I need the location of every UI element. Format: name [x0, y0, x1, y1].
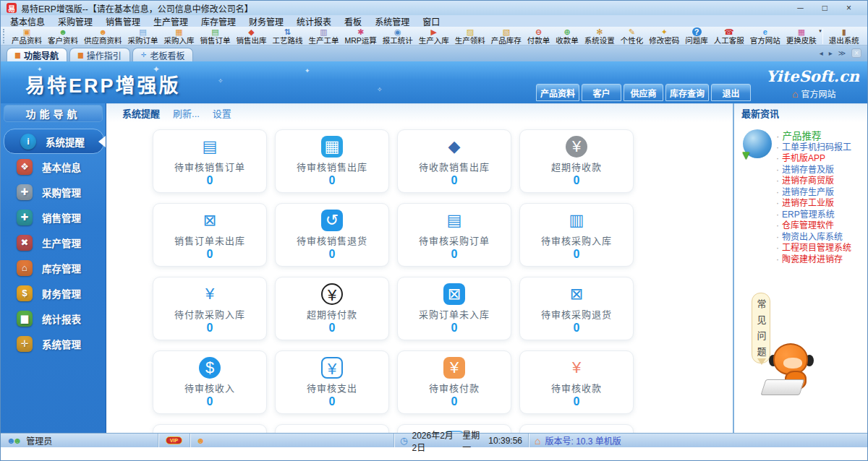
- toolbar-button[interactable]: ▶ 生产入库: [416, 27, 452, 45]
- toolbar-button[interactable]: e 官方网站: [747, 27, 783, 45]
- toolbar-button[interactable]: ▤ 销售订单: [197, 27, 234, 45]
- toolbar-button[interactable]: ▣ 产品资料: [9, 27, 45, 45]
- minimize-button[interactable]: ─: [797, 3, 804, 13]
- news-link[interactable]: 产品推荐: [776, 131, 851, 142]
- sidebar-item-label: 销售管理: [42, 210, 81, 225]
- toolbar-button[interactable]: ⇅ 工艺路线: [270, 27, 306, 45]
- reminder-card[interactable]: ¥ 超期待付款 0: [275, 277, 389, 340]
- maximize-button[interactable]: □: [822, 3, 827, 13]
- mascot-assistant[interactable]: [763, 342, 825, 397]
- toolbar-button[interactable]: ▤ 采购订单: [125, 27, 161, 45]
- reminder-card[interactable]: ⊠ 待审核采购退货 0: [519, 277, 634, 340]
- tab[interactable]: ▆ 功能导航: [7, 48, 67, 61]
- reminder-card[interactable]: ▥ 待审核采购入库 0: [519, 203, 634, 267]
- toolbar-button-label: 生产工单: [309, 36, 339, 45]
- reminder-card[interactable]: ¥ 待审核支出 0: [275, 350, 389, 414]
- news-link[interactable]: 仓库管理软件: [776, 220, 851, 232]
- news-link[interactable]: 进销存工业版: [776, 198, 851, 210]
- news-link[interactable]: 工单手机扫码报工: [776, 142, 851, 154]
- toolbar-button[interactable]: ☎ 人工客服: [711, 27, 747, 45]
- news-link[interactable]: 进销存商贸版: [776, 176, 851, 187]
- sidebar-item[interactable]: ❖ 基本信息: [1, 154, 106, 179]
- sidebar-item[interactable]: ✛ 系统管理: [1, 331, 106, 356]
- header-quick-button[interactable]: 退出: [711, 84, 751, 101]
- toolbar-button[interactable]: ✱ MRP运算: [342, 27, 380, 45]
- tab[interactable]: ✛ 老板看板: [132, 48, 194, 61]
- tab-scroll-right-icon[interactable]: ▸: [829, 49, 833, 57]
- toolbar-button[interactable]: ▥ 生产工单: [306, 27, 342, 45]
- reminder-card[interactable]: ¥ 待审核付款 0: [397, 350, 511, 414]
- official-site-link[interactable]: ⌂ 官方网站: [792, 87, 835, 100]
- toolbar-button[interactable]: ? 问题库: [682, 27, 711, 45]
- news-link[interactable]: 手机版APP: [776, 153, 851, 165]
- close-button[interactable]: ×: [846, 3, 851, 13]
- tab[interactable]: ▆ 操作指引: [69, 48, 130, 61]
- header-quick-button[interactable]: 产品资料: [536, 84, 579, 101]
- news-link[interactable]: 工程项目管理系统: [776, 243, 851, 254]
- users-icon: ☻☻: [7, 436, 22, 446]
- mrp-calc-icon: ✱: [356, 27, 365, 36]
- toolbar-button[interactable]: ▧ 产品库存: [488, 27, 524, 45]
- toolbar-button[interactable]: ⊕ 收款单: [553, 27, 582, 45]
- menu-item[interactable]: 基本信息: [4, 15, 51, 27]
- sidebar-item[interactable]: ⌂ 库存管理: [1, 255, 106, 280]
- reminder-card[interactable]: ▤ 待审核采购订单 0: [397, 203, 511, 267]
- news-link[interactable]: 物资出入库系统: [776, 232, 851, 244]
- menu-item[interactable]: 统计报表: [290, 15, 338, 27]
- news-link[interactable]: 进销存普及版: [776, 165, 851, 176]
- sidebar-item[interactable]: ▆ 统计报表: [1, 306, 106, 331]
- menu-item[interactable]: 看板: [338, 15, 368, 27]
- menu-item[interactable]: 销售管理: [99, 15, 147, 27]
- toolbar-button[interactable]: ☻ 供应商资料: [81, 27, 125, 45]
- sidebar-item[interactable]: ✖ 生产管理: [1, 230, 106, 255]
- menu-item[interactable]: 生产管理: [147, 15, 195, 27]
- tab-strip: ▆ 功能导航 ▆ 操作指引 ✛ 老板看板 ◂ ▸ ≫ ×: [1, 46, 867, 61]
- header-quick-button[interactable]: 供应商: [624, 84, 663, 101]
- menu-item[interactable]: 窗口: [416, 15, 446, 27]
- toolbar-button[interactable]: ◆ 销售出库: [234, 27, 270, 45]
- toolbar-button[interactable]: ☻ 客户资料: [45, 27, 81, 45]
- news-link[interactable]: 陶瓷建材进销存: [776, 254, 851, 266]
- sidebar-item[interactable]: ✚ 采购管理: [1, 179, 106, 204]
- sidebar-item[interactable]: $ 财务管理: [1, 280, 106, 306]
- settings-link[interactable]: 设置: [213, 106, 231, 120]
- reminder-card[interactable]: ¥ 待付款采购入库 0: [153, 277, 267, 340]
- news-link[interactable]: ERP管理系统: [776, 210, 851, 221]
- reminder-card[interactable]: ▦ 待审核销售出库 0: [275, 129, 389, 193]
- customer-service-qq-icon: ☎: [724, 27, 734, 36]
- news-link[interactable]: 进销存生产版: [776, 187, 851, 199]
- reminder-card[interactable]: ¥ 超期待收款 0: [519, 129, 634, 193]
- refresh-link[interactable]: 刷新...: [173, 106, 200, 120]
- menu-item[interactable]: 系统管理: [368, 15, 416, 27]
- reminder-card[interactable]: ⊠ 采购订单未入库 0: [397, 277, 511, 340]
- header-quick-button[interactable]: 库存查询: [665, 84, 709, 101]
- reminder-card[interactable]: $ 待审核收入 0: [153, 350, 267, 414]
- site-name-link[interactable]: YiteSoft.cn: [766, 67, 859, 85]
- toolbar-button-exit[interactable]: ▮ 退出系统: [826, 27, 862, 45]
- sidebar-item[interactable]: i 系统提醒: [4, 129, 104, 154]
- header-quick-button[interactable]: 客户: [582, 84, 621, 101]
- window-controls: ─ □ ×: [797, 3, 861, 13]
- menu-item[interactable]: 库存管理: [195, 15, 242, 27]
- reminder-card[interactable]: ↺ 待审核销售退货 0: [275, 203, 389, 267]
- menu-item[interactable]: 采购管理: [51, 15, 99, 27]
- toolbar-button[interactable]: ✻ 系统设置: [582, 27, 618, 45]
- dropdown-arrow-icon: ▾: [819, 28, 822, 34]
- tab-scroll-left-icon[interactable]: ◂: [820, 49, 823, 57]
- reminder-card[interactable]: ⊠ 销售订单未出库 0: [153, 203, 267, 267]
- reminder-card[interactable]: ◆ 待收款销售出库 0: [397, 129, 511, 193]
- toolbar-button[interactable]: ▨ 生产领料: [452, 27, 488, 45]
- toolbar-button[interactable]: ▦ 更换皮肤 ▾: [783, 27, 820, 45]
- toolbar-button[interactable]: ◉ 报工统计: [380, 27, 416, 45]
- tab-overflow-icon[interactable]: ≫: [838, 49, 846, 57]
- toolbar-button[interactable]: ✎ 个性化: [618, 27, 647, 45]
- reminder-card[interactable]: ▤ 待审核销售订单 0: [153, 129, 267, 193]
- toolbar-button[interactable]: ▦ 采购入库: [161, 27, 197, 45]
- sparkle: ✦: [305, 67, 310, 74]
- reminder-card[interactable]: ¥ 待审核收款 0: [519, 350, 634, 414]
- toolbar-button[interactable]: ⊖ 付款单: [524, 27, 553, 45]
- toolbar-button[interactable]: ✦ 修改密码: [646, 27, 682, 45]
- sidebar-item[interactable]: ✚ 销售管理: [1, 204, 106, 230]
- menu-item[interactable]: 财务管理: [242, 15, 290, 27]
- tab-close-icon[interactable]: ×: [851, 48, 861, 58]
